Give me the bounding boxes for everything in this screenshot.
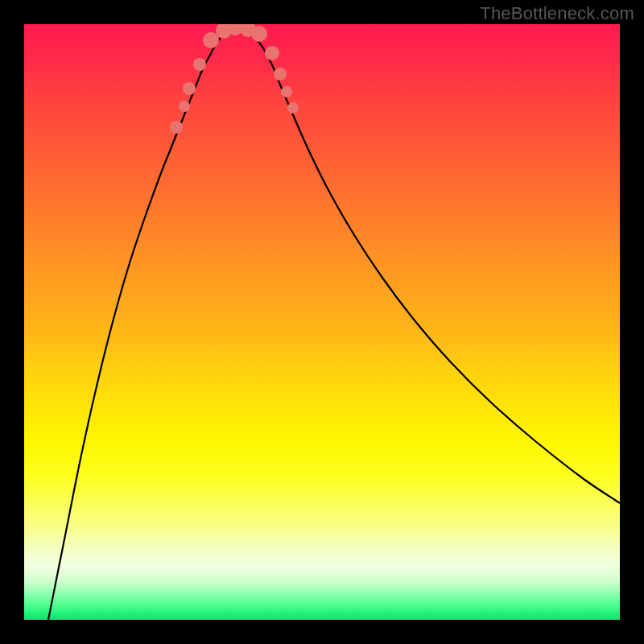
marker-point [170,121,183,134]
marker-point [203,32,219,48]
marker-point [183,82,196,95]
marker-point [281,86,292,97]
curve-right-branch [233,26,620,503]
curve-markers [170,24,299,134]
marker-point [193,58,206,71]
plot-area [24,24,620,620]
marker-point [251,26,267,42]
marker-point [287,102,299,114]
bottleneck-curve [48,26,620,620]
marker-point [265,46,279,60]
chart-frame: TheBottleneck.com [0,0,644,644]
curve-left-branch [48,26,233,620]
marker-point [274,68,287,80]
watermark-text: TheBottleneck.com [480,3,634,24]
marker-point [179,101,190,112]
curve-layer [24,24,620,620]
